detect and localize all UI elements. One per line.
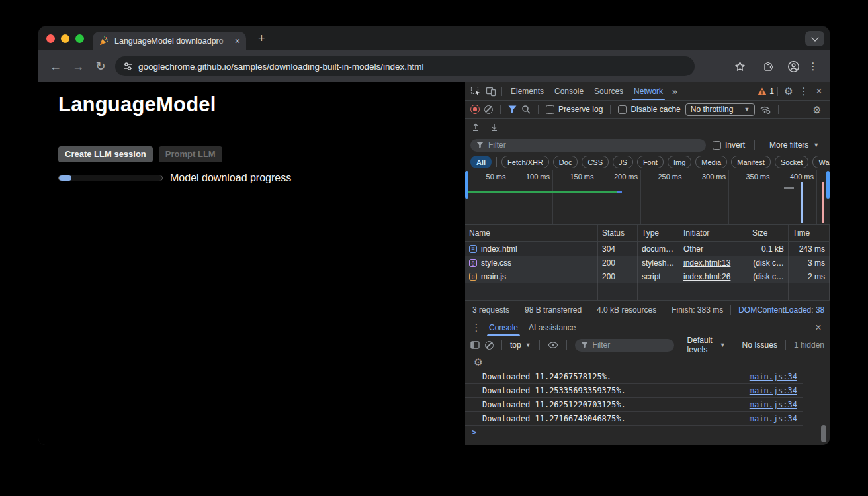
devtools-tab[interactable]: Network <box>629 82 668 100</box>
prompt-llm-button[interactable]: Prompt LLM <box>159 146 222 162</box>
site-settings-icon[interactable] <box>123 62 132 71</box>
new-tab-button[interactable]: + <box>258 32 265 44</box>
timeline-gridline: 150 ms <box>553 170 597 224</box>
column-header[interactable]: Size <box>748 225 789 241</box>
console-message[interactable]: Downloaded 11.25335693359375%. main.js:3… <box>465 384 803 398</box>
invert-checkbox[interactable]: Invert <box>713 140 745 150</box>
disable-cache-checkbox[interactable]: Disable cache <box>618 105 680 114</box>
request-type-chip[interactable]: Socket <box>775 156 809 168</box>
devtools-menu-icon[interactable]: ⋮ <box>797 85 811 98</box>
request-type-chip[interactable]: Doc <box>553 156 578 168</box>
console-sidebar-icon[interactable] <box>470 341 480 349</box>
address-bar[interactable]: googlechrome.github.io/samples/downloadi… <box>115 56 695 76</box>
console-source-link[interactable]: main.js:34 <box>750 386 797 395</box>
timeline-right-handle[interactable] <box>826 171 830 199</box>
requests-table: index.html 304 docum… Other 0.1 kB 243 m… <box>465 242 830 300</box>
create-llm-session-button[interactable]: Create LLM session <box>58 146 153 162</box>
reload-button[interactable]: ↻ <box>90 56 111 76</box>
devtools-close-icon[interactable]: × <box>812 85 826 98</box>
request-row[interactable]: index.html 304 docum… Other 0.1 kB 243 m… <box>465 242 830 256</box>
request-type-chip[interactable]: Media <box>695 156 727 168</box>
search-icon[interactable] <box>521 105 531 114</box>
devtools-tab[interactable]: Sources <box>589 82 629 100</box>
live-expression-eye-icon[interactable] <box>548 341 558 349</box>
clear-console-icon[interactable] <box>485 341 494 350</box>
network-overview-timeline[interactable]: 50 ms 100 ms 150 ms 200 ms <box>465 170 830 225</box>
filter-funnel-icon[interactable] <box>508 105 517 113</box>
request-type-chip[interactable]: Manifest <box>731 156 771 168</box>
request-type-chip[interactable]: Fetch/XHR <box>501 156 549 168</box>
extensions-puzzle-icon[interactable] <box>759 56 779 76</box>
no-issues-label[interactable]: No Issues <box>742 340 777 350</box>
console-source-link[interactable]: main.js:34 <box>750 414 797 423</box>
back-button[interactable]: ← <box>45 56 66 76</box>
network-summary-bar: 3 requests 98 B transferred 4.0 kB resou… <box>465 300 830 319</box>
execution-context-select[interactable]: top▼ <box>510 340 531 350</box>
network-conditions-icon[interactable] <box>760 105 771 114</box>
request-row[interactable]: main.js 200 script index.html:26 (disk c… <box>465 270 830 283</box>
drawer-close-icon[interactable]: × <box>811 321 826 334</box>
network-filter-input[interactable]: Filter <box>470 139 706 152</box>
devtools-tab[interactable]: Console <box>549 82 589 100</box>
request-row[interactable]: style.css 200 stylesh… index.html:13 (di… <box>465 256 830 270</box>
profile-avatar-icon[interactable] <box>783 56 803 76</box>
drawer-menu-icon[interactable]: ⋮ <box>469 321 484 334</box>
timeline-gridline: 50 ms <box>465 170 509 224</box>
tab-title-fade <box>218 36 231 46</box>
console-source-link[interactable]: main.js:34 <box>750 372 797 381</box>
console-message[interactable]: Downloaded 11.26251220703125%. main.js:3… <box>465 398 803 412</box>
preserve-log-checkbox[interactable]: Preserve log <box>546 105 603 114</box>
clear-network-log-icon[interactable] <box>484 105 493 114</box>
devtools-settings-icon[interactable]: ⚙ <box>781 85 796 98</box>
request-type-chip[interactable]: All <box>470 156 492 168</box>
request-type-chip[interactable]: JS <box>613 156 633 168</box>
drawer-tab[interactable]: Console <box>484 319 523 336</box>
request-type-chip[interactable]: CSS <box>582 156 609 168</box>
console-filter-input[interactable]: Filter <box>575 339 674 352</box>
drawer-tab[interactable]: AI assistance <box>523 319 581 336</box>
network-settings-icon[interactable]: ⚙ <box>810 103 824 116</box>
timeline-left-handle[interactable] <box>465 171 468 199</box>
import-har-icon[interactable] <box>471 123 480 132</box>
request-size-cell: 0.1 kB <box>748 242 789 256</box>
devtools-tab[interactable]: Elements <box>505 82 549 100</box>
column-header[interactable]: Time <box>789 225 830 241</box>
warning-badge[interactable]: 1 <box>758 87 774 96</box>
hidden-messages-count[interactable]: 1 hidden <box>794 340 824 350</box>
more-filters-button[interactable]: More filters▼ <box>769 140 819 150</box>
tab-close-icon[interactable]: × <box>235 36 240 46</box>
summary-item: DOMContentLoaded: 38 <box>731 305 830 315</box>
console-settings-icon[interactable]: ⚙ <box>471 356 486 369</box>
inspect-element-icon[interactable] <box>468 85 483 98</box>
browser-tab[interactable]: LanguageModel downloadpro × <box>93 32 246 50</box>
console-scrollbar-thumb[interactable] <box>821 425 826 442</box>
device-toolbar-icon[interactable] <box>484 85 498 98</box>
tab-overflow-button[interactable] <box>805 31 824 46</box>
more-tabs-icon[interactable]: » <box>669 86 681 97</box>
minimize-window-button[interactable] <box>61 34 69 43</box>
request-type-chip[interactable]: Img <box>668 156 691 168</box>
console-prompt[interactable]: > <box>465 426 830 439</box>
column-header[interactable]: Status <box>598 225 638 241</box>
request-type-chip[interactable]: Font <box>637 156 664 168</box>
console-message[interactable]: Downloaded 11.27166748046875%. main.js:3… <box>465 412 803 426</box>
request-type-chip[interactable]: Wasm <box>812 156 830 168</box>
bookmark-star-icon[interactable] <box>730 56 750 76</box>
forward-button[interactable]: → <box>67 56 89 76</box>
divider <box>754 140 755 150</box>
log-levels-select[interactable]: Default levels▼ <box>687 336 726 354</box>
close-window-button[interactable] <box>46 34 55 43</box>
browser-window: LanguageModel downloadpro × + ← → ↻ goog… <box>38 26 830 445</box>
export-har-icon[interactable] <box>490 123 499 132</box>
throttling-select[interactable]: No throttling▼ <box>685 103 756 116</box>
column-header[interactable]: Type <box>638 225 679 241</box>
maximize-window-button[interactable] <box>75 34 84 43</box>
console-message[interactable]: Downloaded 11.24267578125%. main.js:34 <box>465 370 803 384</box>
column-header[interactable]: Initiator <box>679 225 748 241</box>
console-source-link[interactable]: main.js:34 <box>750 400 797 409</box>
column-header[interactable]: Name <box>465 225 598 241</box>
browser-menu-icon[interactable]: ⋮ <box>803 56 823 76</box>
record-network-log-icon[interactable] <box>470 105 480 114</box>
timeline-gridline: 300 ms <box>685 170 730 224</box>
chevron-down-icon <box>811 34 818 41</box>
